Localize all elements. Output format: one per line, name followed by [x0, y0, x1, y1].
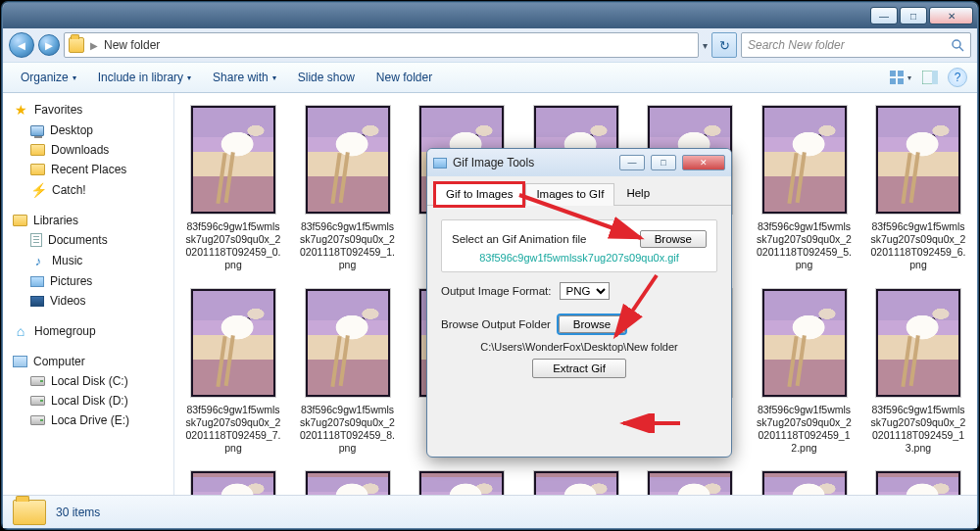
file-item[interactable]: [411, 470, 513, 495]
sidebar-item-downloads[interactable]: Downloads: [9, 140, 173, 160]
file-thumbnail: [761, 470, 848, 495]
file-item[interactable]: [297, 470, 399, 495]
chevron-right-icon: ▶: [90, 40, 98, 51]
libraries-header[interactable]: Libraries: [9, 211, 173, 230]
file-thumbnail: [533, 470, 619, 495]
sidebar-item-documents[interactable]: Documents: [9, 230, 173, 250]
address-dropdown[interactable]: ▾: [703, 40, 708, 51]
tab-gif-to-images[interactable]: Gif to Images: [435, 183, 523, 206]
output-format-label: Output Image Format:: [441, 285, 552, 297]
browse-input-button[interactable]: Browse: [640, 230, 707, 248]
back-button[interactable]: ◄: [9, 32, 34, 58]
search-input[interactable]: Search New folder: [741, 32, 971, 58]
computer-icon: [13, 356, 27, 367]
file-item[interactable]: [182, 470, 284, 495]
status-count: 30 items: [56, 506, 100, 519]
file-thumbnail: [875, 288, 961, 398]
file-thumbnail: [305, 470, 391, 495]
file-item[interactable]: [867, 470, 969, 495]
organize-menu[interactable]: Organize▾: [13, 67, 84, 88]
preview-pane-button[interactable]: [918, 67, 942, 88]
sidebar-item-music[interactable]: ♪Music: [9, 250, 173, 271]
close-button[interactable]: ✕: [929, 7, 973, 24]
svg-rect-5: [898, 78, 904, 84]
svg-line-1: [959, 47, 963, 51]
pictures-icon: [30, 276, 44, 287]
slideshow-button[interactable]: Slide show: [290, 67, 363, 88]
minimize-button[interactable]: —: [870, 7, 898, 24]
file-item[interactable]: 83f596c9gw1f5wmlssk7ug207s09qu0x_2020111…: [182, 288, 284, 456]
tab-images-to-gif[interactable]: Images to GIf: [525, 183, 614, 206]
output-folder-label: Browse Output Folder: [441, 318, 551, 330]
sidebar-item-pictures[interactable]: Pictures: [9, 271, 173, 291]
file-item[interactable]: [639, 470, 741, 495]
file-item[interactable]: [525, 470, 627, 495]
computer-header[interactable]: Computer: [9, 352, 173, 371]
sidebar-item-drive-e[interactable]: Loca Drive (E:): [9, 410, 173, 430]
browse-output-button[interactable]: Browse: [559, 315, 625, 333]
file-thumbnail: [875, 105, 961, 215]
sidebar-item-drive-d[interactable]: Local Disk (D:): [9, 391, 173, 410]
file-thumbnail: [190, 288, 276, 398]
address-text: New folder: [104, 38, 160, 52]
extract-gif-button[interactable]: Extract Gif: [532, 359, 626, 378]
output-format-select[interactable]: PNG: [560, 282, 610, 300]
file-item[interactable]: [754, 470, 856, 495]
forward-button[interactable]: ►: [38, 34, 60, 56]
file-thumbnail: [761, 105, 848, 215]
dialog-minimize-button[interactable]: —: [619, 155, 645, 170]
tab-help[interactable]: Help: [616, 183, 660, 206]
new-folder-button[interactable]: New folder: [368, 67, 440, 88]
refresh-button[interactable]: ↻: [711, 32, 737, 58]
file-thumbnail: [190, 105, 276, 215]
dialog-title: Gif Image Tools: [453, 156, 534, 169]
help-button[interactable]: ?: [948, 68, 967, 87]
include-in-library-menu[interactable]: Include in library▾: [90, 67, 199, 88]
star-icon: ★: [13, 102, 28, 118]
sidebar: ★Favorites Desktop Downloads Recent Plac…: [3, 93, 174, 495]
view-menu[interactable]: ▾: [889, 67, 912, 88]
maximize-button[interactable]: □: [900, 7, 927, 24]
file-name: 83f596c9gw1f5wmlssk7ug207s09qu0x_2020111…: [754, 220, 856, 272]
file-thumbnail: [761, 288, 848, 398]
select-file-label: Select an Gif Animation file: [452, 233, 586, 245]
homegroup-icon: ⌂: [13, 323, 28, 339]
selected-file-link[interactable]: 83f596c9gw1f5wmlssk7ug207s09qu0x.gif: [452, 252, 707, 264]
homegroup-header[interactable]: ⌂Homegroup: [9, 320, 173, 342]
gif-tools-dialog: Gif Image Tools — □ ✕ Gif to Images Imag…: [426, 148, 732, 458]
file-item[interactable]: 83f596c9gw1f5wmlssk7ug207s09qu0x_2020111…: [754, 105, 856, 272]
app-icon: [433, 158, 447, 169]
dialog-titlebar[interactable]: Gif Image Tools — □ ✕: [427, 149, 731, 176]
sidebar-item-desktop[interactable]: Desktop: [9, 121, 173, 140]
file-thumbnail: [305, 288, 391, 398]
sidebar-item-videos[interactable]: Videos: [9, 291, 173, 311]
file-item[interactable]: 83f596c9gw1f5wmlssk7ug207s09qu0x_2020111…: [297, 105, 399, 272]
file-thumbnail: [875, 470, 961, 495]
sidebar-item-recent[interactable]: Recent Places: [9, 160, 173, 179]
recent-icon: [30, 164, 45, 175]
share-with-menu[interactable]: Share with▾: [205, 67, 284, 88]
file-thumbnail: [190, 470, 276, 495]
file-name: 83f596c9gw1f5wmlssk7ug207s09qu0x_2020111…: [182, 404, 284, 456]
favorites-header[interactable]: ★Favorites: [9, 99, 173, 121]
music-icon: ♪: [30, 253, 46, 268]
file-item[interactable]: 83f596c9gw1f5wmlssk7ug207s09qu0x_2020111…: [182, 105, 284, 272]
svg-rect-2: [890, 71, 896, 76]
file-item[interactable]: 83f596c9gw1f5wmlssk7ug207s09qu0x_2020111…: [754, 288, 856, 456]
file-item[interactable]: 83f596c9gw1f5wmlssk7ug207s09qu0x_2020111…: [867, 288, 969, 456]
folder-icon: [69, 37, 84, 53]
input-group: Select an Gif Animation file Browse 83f5…: [441, 219, 717, 272]
file-name: 83f596c9gw1f5wmlssk7ug207s09qu0x_2020111…: [297, 220, 399, 272]
file-item[interactable]: 83f596c9gw1f5wmlssk7ug207s09qu0x_2020111…: [867, 105, 969, 272]
file-item[interactable]: 83f596c9gw1f5wmlssk7ug207s09qu0x_2020111…: [297, 288, 399, 456]
file-name: 83f596c9gw1f5wmlssk7ug207s09qu0x_2020111…: [867, 220, 969, 272]
address-bar[interactable]: ▶ New folder: [64, 32, 699, 58]
nav-row: ◄ ► ▶ New folder ▾ ↻ Search New folder: [3, 28, 977, 62]
drive-icon: [30, 376, 45, 386]
dialog-tabs: Gif to Images Images to GIf Help: [427, 176, 731, 206]
sidebar-item-drive-c[interactable]: Local Disk (C:): [9, 371, 173, 391]
sidebar-item-catch[interactable]: ⚡Catch!: [9, 179, 173, 201]
dialog-close-button[interactable]: ✕: [682, 155, 725, 170]
output-path: C:\Users\WonderFox\Desktop\New folder: [441, 341, 717, 353]
dialog-maximize-button[interactable]: □: [651, 155, 676, 170]
